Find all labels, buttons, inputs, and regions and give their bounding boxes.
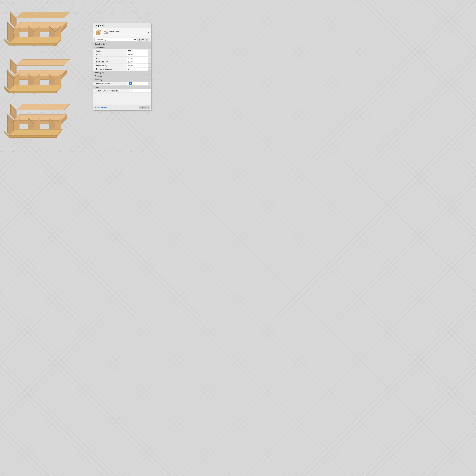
panel-header: Properties ✕ — [93, 23, 151, 28]
footrest-visibility-checkbox[interactable] — [129, 82, 132, 85]
prop-actual-num-supports: Actual Number of Supports — [93, 89, 151, 93]
svg-marker-47 — [96, 31, 101, 31]
other-label: Other — [95, 86, 100, 88]
num-supports-btn[interactable]: ⋯ — [148, 67, 151, 71]
prop-footrest-height: Footrest Height ⋯ — [93, 64, 151, 67]
dropdown-row: Furniture (1) ⊞ Edit Type — [93, 37, 151, 42]
svg-marker-54 — [96, 34, 101, 34]
constraints-chevron — [149, 43, 150, 45]
footrest-visibility-btn[interactable]: ⋯ — [148, 82, 151, 85]
section-other[interactable]: Other — [93, 85, 151, 89]
identity-data-chevron — [149, 72, 150, 73]
section-visibility[interactable]: Visibility — [93, 78, 151, 82]
svg-marker-29 — [9, 85, 63, 91]
element-name: RD_Church Pew — [104, 31, 119, 33]
depth-btn[interactable]: ⋯ — [148, 53, 151, 56]
width-btn[interactable]: ⋯ — [148, 50, 151, 53]
svg-marker-15 — [9, 43, 56, 45]
section-identity-data[interactable]: Identity Data — [93, 71, 151, 74]
constraints-label: Constraints — [95, 43, 105, 45]
identity-data-label: Identity Data — [95, 71, 105, 74]
svg-marker-32 — [16, 104, 70, 110]
actual-num-supports-label: Actual Number of Supports — [93, 89, 130, 92]
element-thumbnail — [95, 29, 102, 36]
visibility-label: Visibility — [95, 79, 102, 81]
apply-button[interactable]: Apply — [139, 106, 150, 109]
phasing-label: Phasing — [95, 75, 102, 77]
help-link[interactable]: Properties help — [95, 106, 107, 108]
svg-marker-2 — [16, 12, 70, 18]
svg-marker-30 — [9, 91, 56, 93]
element-info: RD_Church Pew Wood ▼ — [93, 28, 151, 37]
width-label: Width — [93, 50, 127, 53]
height-btn[interactable]: ⋯ — [148, 57, 151, 60]
footrest-height-value[interactable] — [127, 64, 148, 67]
properties-panel: Properties ✕ RD_Church Pew Wood ▼ — [93, 23, 151, 110]
footrest-height-btn[interactable]: ⋯ — [148, 64, 151, 67]
svg-marker-33 — [10, 104, 16, 120]
panel-title: Properties — [95, 24, 105, 27]
prop-width: Width ⋯ — [93, 49, 151, 53]
edit-type-label: Edit Type — [141, 39, 149, 41]
svg-marker-45 — [9, 135, 56, 137]
section-constraints[interactable]: Constraints — [93, 42, 151, 46]
footrest-height-label: Footrest Height — [93, 64, 127, 67]
edit-type-button[interactable]: ⊞ Edit Type — [137, 38, 150, 41]
edit-type-icon: ⊞ — [139, 38, 140, 41]
footrest-depth-btn[interactable]: ⋯ — [148, 60, 151, 64]
depth-value[interactable] — [127, 53, 148, 56]
panel-footer: Properties help Apply — [93, 104, 151, 110]
num-supports-value[interactable] — [127, 68, 148, 70]
footrest-depth-value[interactable] — [127, 60, 148, 63]
prop-num-supports: Number of Supports ⋯ — [93, 67, 151, 71]
pew-mid — [4, 56, 82, 102]
svg-marker-1 — [10, 12, 16, 28]
height-label: Height — [93, 57, 127, 60]
svg-marker-18 — [10, 60, 16, 76]
svg-marker-44 — [9, 129, 63, 135]
dimensions-chevron — [149, 47, 150, 49]
visibility-chevron — [149, 79, 150, 81]
prop-depth: Depth ⋯ — [93, 53, 151, 56]
category-dropdown[interactable]: Furniture (1) — [94, 38, 136, 41]
svg-marker-55 — [96, 34, 100, 34]
phasing-chevron — [149, 75, 150, 77]
prop-footrest-visibility: Footrest Visibility ⋯ — [93, 82, 151, 85]
element-text: RD_Church Pew Wood — [104, 31, 119, 35]
svg-marker-14 — [9, 37, 63, 43]
close-button[interactable]: ✕ — [147, 24, 150, 27]
dimensions-label: Dimensions — [95, 47, 105, 49]
actual-num-supports-value[interactable] — [130, 89, 151, 92]
height-value[interactable] — [127, 57, 148, 60]
element-material: Wood — [104, 33, 119, 35]
depth-label: Depth — [93, 53, 127, 56]
other-chevron — [149, 86, 150, 88]
footrest-visibility-label: Footrest Visibility — [93, 82, 127, 85]
svg-marker-17 — [16, 60, 70, 66]
footrest-depth-label: Footrest Depth — [93, 60, 127, 63]
pew-bot — [4, 101, 82, 146]
num-supports-label: Number of Supports — [93, 68, 127, 70]
width-value[interactable] — [127, 50, 148, 53]
section-dimensions[interactable]: Dimensions — [93, 46, 151, 49]
section-phasing[interactable]: Phasing — [93, 74, 151, 78]
expand-arrow[interactable]: ▼ — [147, 31, 150, 34]
prop-height: Height ⋯ — [93, 56, 151, 60]
pew-top — [4, 9, 82, 54]
prop-footrest-depth: Footrest Depth ⋯ — [93, 60, 151, 64]
